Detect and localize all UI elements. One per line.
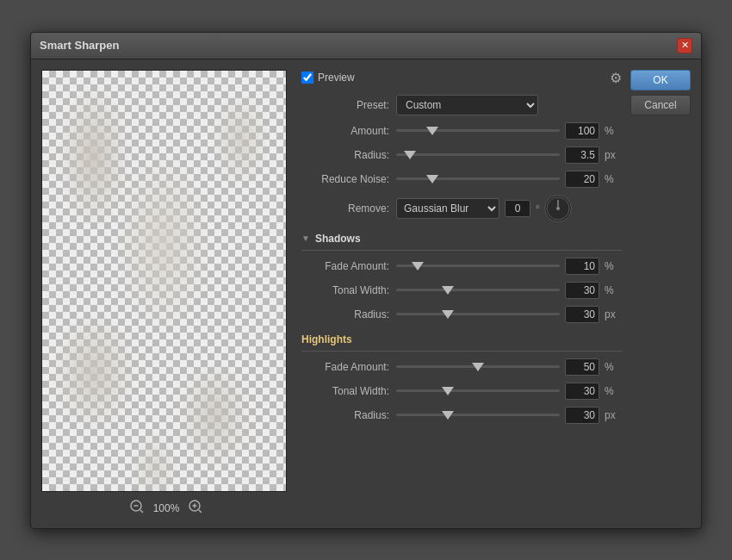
- highlights-radius-slider[interactable]: [396, 414, 560, 416]
- shadows-title: Shadows: [315, 233, 361, 245]
- reduce-noise-label: Reduce Noise:: [301, 173, 396, 185]
- svg-line-6: [199, 510, 202, 513]
- dialog-title: Smart Sharpen: [40, 39, 119, 52]
- highlights-radius-content: px: [396, 407, 622, 424]
- gear-button[interactable]: ⚙: [610, 70, 622, 86]
- preview-checkbox[interactable]: [301, 72, 313, 84]
- reduce-noise-row: Reduce Noise: %: [301, 171, 622, 188]
- controls-panel: Preview ⚙ Preset: Custom Default: [301, 70, 691, 518]
- preview-overlay: [42, 71, 286, 491]
- radius-content: px: [396, 146, 622, 164]
- zoom-level: 100%: [153, 502, 180, 514]
- zoom-out-button[interactable]: [129, 499, 145, 518]
- shadows-tonal-slider[interactable]: [396, 289, 560, 291]
- svg-line-2: [140, 510, 143, 513]
- angle-input[interactable]: [505, 200, 530, 217]
- shadows-radius-content: px: [396, 306, 622, 323]
- highlights-fade-unit: %: [605, 361, 622, 373]
- preview-checkbox-label[interactable]: Preview: [301, 72, 355, 84]
- highlights-tonal-row: Tonal Width: %: [301, 383, 622, 400]
- ok-button[interactable]: OK: [630, 70, 691, 90]
- highlights-fade-row: Fade Amount: %: [301, 358, 622, 376]
- action-buttons: OK Cancel: [630, 70, 691, 115]
- title-bar: Smart Sharpen ✕: [31, 33, 701, 59]
- radius-input[interactable]: [565, 146, 599, 164]
- amount-slider[interactable]: [396, 129, 560, 132]
- highlights-radius-slider-container: [396, 408, 560, 423]
- shadows-tonal-unit: %: [605, 284, 622, 296]
- shadows-radius-slider-container: [396, 307, 560, 322]
- shadows-fade-input[interactable]: [565, 258, 599, 275]
- cancel-button[interactable]: Cancel: [630, 95, 691, 115]
- remove-label: Remove:: [301, 202, 396, 215]
- radius-row: Radius: px: [301, 146, 622, 164]
- highlights-tonal-unit: %: [605, 385, 622, 397]
- shadows-fade-label: Fade Amount:: [301, 260, 396, 272]
- preview-panel: 100%: [41, 70, 291, 518]
- shadows-divider: [301, 250, 622, 251]
- amount-row: Amount: %: [301, 122, 622, 140]
- reduce-noise-slider[interactable]: [396, 177, 560, 180]
- remove-content: Gaussian Blur Lens Blur Motion Blur °: [396, 195, 622, 222]
- close-button[interactable]: ✕: [677, 38, 692, 53]
- shadows-fade-row: Fade Amount: %: [301, 258, 622, 275]
- highlights-fade-slider[interactable]: [396, 365, 560, 368]
- highlights-fade-slider-container: [396, 359, 560, 375]
- shadows-radius-slider[interactable]: [396, 313, 560, 315]
- remove-row: Remove: Gaussian Blur Lens Blur Motion B…: [301, 195, 622, 222]
- angle-symbol: °: [536, 203, 539, 214]
- shadows-fade-slider[interactable]: [396, 264, 560, 267]
- shadows-tonal-input[interactable]: [565, 282, 599, 299]
- amount-input[interactable]: [565, 122, 599, 140]
- preview-label: Preview: [318, 72, 355, 84]
- preset-row: Preset: Custom Default: [301, 95, 622, 115]
- highlights-section-header: Highlights: [301, 333, 622, 345]
- preview-canvas[interactable]: [41, 70, 287, 492]
- shadows-tonal-content: %: [396, 282, 622, 299]
- highlights-radius-input[interactable]: [565, 407, 599, 424]
- preset-content: Custom Default: [396, 95, 622, 115]
- shadows-radius-input[interactable]: [565, 306, 599, 323]
- reduce-noise-input[interactable]: [565, 171, 599, 188]
- shadows-tonal-row: Tonal Width: %: [301, 282, 622, 299]
- highlights-fade-input[interactable]: [565, 358, 599, 376]
- reduce-noise-slider-container: [396, 171, 560, 187]
- highlights-tonal-input[interactable]: [565, 383, 599, 400]
- shadows-radius-unit: px: [605, 308, 622, 320]
- highlights-divider: [301, 351, 622, 352]
- highlights-tonal-slider[interactable]: [396, 389, 560, 392]
- preset-select[interactable]: Custom Default: [396, 95, 538, 115]
- reduce-noise-content: %: [396, 171, 622, 188]
- radius-slider-container: [396, 147, 560, 163]
- highlights-radius-unit: px: [605, 409, 622, 421]
- shadows-fade-content: %: [396, 258, 622, 275]
- preset-label: Preset:: [301, 99, 396, 111]
- shadows-fade-unit: %: [605, 260, 622, 272]
- smart-sharpen-dialog: Smart Sharpen ✕ 100%: [30, 32, 702, 529]
- amount-slider-container: [396, 123, 560, 139]
- highlights-fade-label: Fade Amount:: [301, 361, 396, 373]
- shadows-radius-row: Radius: px: [301, 306, 622, 323]
- zoom-in-button[interactable]: [188, 499, 203, 518]
- shadows-tonal-slider-container: [396, 283, 560, 298]
- dialog-body: 100%: [31, 59, 701, 528]
- highlights-radius-label: Radius:: [301, 409, 396, 421]
- radius-label: Radius:: [301, 149, 396, 161]
- shadows-radius-label: Radius:: [301, 308, 396, 320]
- highlights-tonal-slider-container: [396, 383, 560, 399]
- left-controls: Preview ⚙ Preset: Custom Default: [301, 70, 622, 431]
- shadows-fade-slider-container: [396, 258, 560, 274]
- svg-point-9: [556, 207, 560, 210]
- amount-label: Amount:: [301, 125, 396, 137]
- reduce-noise-unit: %: [605, 173, 622, 185]
- angle-wheel[interactable]: [544, 195, 572, 222]
- top-controls: Preview ⚙ Preset: Custom Default: [301, 70, 691, 431]
- shadows-section-header: ▼ Shadows: [301, 233, 622, 245]
- shadows-toggle[interactable]: ▼: [301, 233, 310, 243]
- radius-slider[interactable]: [396, 153, 560, 156]
- radius-unit: px: [605, 149, 622, 161]
- remove-select[interactable]: Gaussian Blur Lens Blur Motion Blur: [396, 198, 499, 219]
- amount-content: %: [396, 122, 622, 140]
- highlights-tonal-label: Tonal Width:: [301, 385, 396, 397]
- amount-unit: %: [605, 125, 622, 137]
